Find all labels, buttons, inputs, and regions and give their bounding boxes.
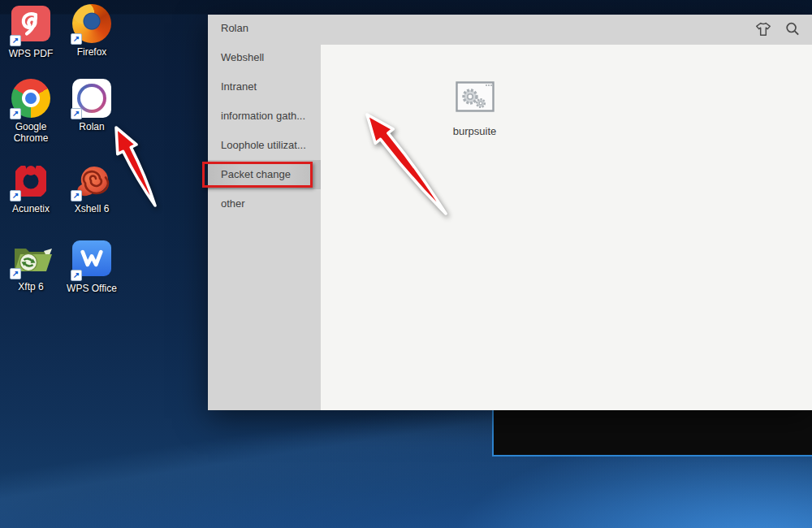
firefox-icon: ↗ (72, 4, 111, 43)
sidebar-item-packet-change[interactable]: Packet change (208, 160, 321, 189)
sidebar-item-intranet[interactable]: Intranet (208, 72, 321, 102)
desktop-icon-firefox[interactable]: ↗ Firefox (63, 4, 121, 58)
window-title: Rolan (221, 22, 248, 34)
desktop-icon-label: Xftp 6 (2, 281, 60, 292)
acunetix-icon: ↗ (11, 161, 50, 200)
desktop-icon-label: Acunetix (2, 203, 60, 214)
wps-pdf-icon: ↗ (11, 6, 50, 45)
desktop-icon-label: Firefox (63, 46, 121, 58)
search-icon[interactable] (785, 21, 801, 37)
category-sidebar: Webshell Intranet information gath... Lo… (208, 43, 321, 410)
xftp-icon: ↗ (11, 239, 50, 278)
desktop-icon-acunetix[interactable]: ↗ Acunetix (2, 161, 60, 214)
shortcut-arrow-icon: ↗ (71, 270, 82, 281)
console-window[interactable] (492, 410, 812, 457)
desktop-icon-xftp-6[interactable]: ↗ Xftp 6 (2, 239, 60, 292)
desktop-icon-xshell-6[interactable]: ↗ Xshell 6 (63, 161, 121, 214)
app-grid: burpsuite (321, 45, 812, 410)
desktop-icon-label: Rolan (63, 121, 121, 132)
shortcut-arrow-icon: ↗ (71, 190, 82, 201)
shortcut-arrow-icon: ↗ (71, 108, 82, 119)
desktop-icon-google-chrome[interactable]: ↗ Google Chrome (2, 79, 60, 144)
shortcut-arrow-icon: ↗ (10, 35, 21, 46)
rolan-window: Rolan Webshell Intranet information gath… (208, 15, 812, 410)
desktop-icon-label: Google Chrome (2, 121, 60, 144)
desktop-icon-label: Xshell 6 (63, 203, 121, 214)
desktop: { "desktop": { "icons": [ { "id": "wps-p… (0, 0, 812, 528)
shortcut-arrow-icon: ↗ (10, 108, 21, 119)
chrome-icon: ↗ (11, 79, 50, 118)
sidebar-item-other[interactable]: other (208, 189, 321, 219)
shortcut-arrow-icon: ↗ (10, 190, 21, 201)
desktop-icon-wps-office[interactable]: ↗ WPS Office (63, 239, 121, 294)
sidebar-item-information-gathering[interactable]: information gath... (208, 102, 321, 131)
skin-tshirt-icon[interactable] (754, 21, 772, 37)
sidebar-item-webshell[interactable]: Webshell (208, 43, 321, 72)
shortcut-arrow-icon: ↗ (10, 268, 21, 279)
sidebar-item-loophole-utilization[interactable]: Loophole utilizat... (208, 131, 321, 160)
wps-office-icon: ↗ (72, 240, 111, 279)
app-item-burpsuite[interactable]: burpsuite (442, 81, 508, 137)
shortcut-arrow-icon: ↗ (71, 33, 82, 45)
rolan-icon: ↗ (72, 79, 111, 118)
desktop-icon-label: WPS Office (63, 283, 121, 294)
burpsuite-gears-icon (456, 81, 495, 112)
xshell-icon: ↗ (72, 161, 111, 200)
app-label-burpsuite: burpsuite (442, 125, 508, 137)
desktop-icon-wps-pdf[interactable]: ↗ WPS PDF (2, 4, 60, 59)
desktop-icon-rolan[interactable]: ↗ Rolan (63, 79, 121, 132)
desktop-icon-label: WPS PDF (2, 48, 60, 59)
